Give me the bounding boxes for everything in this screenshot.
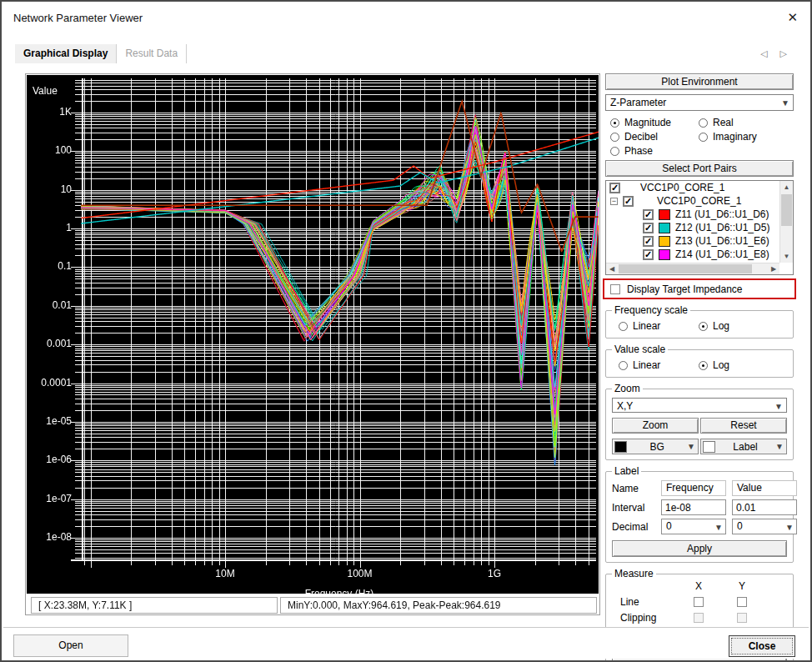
tab-scroll-left-icon[interactable]: ◁ <box>760 48 767 58</box>
collapse-icon[interactable]: − <box>610 198 618 205</box>
radio-label: Linear <box>633 359 660 371</box>
network-parameter-viewer-window: Network Parameter Viewer ✕ Graphical Dis… <box>0 0 812 662</box>
display-target-impedance-checkbox[interactable]: ✓ <box>610 284 620 294</box>
scroll-up-icon[interactable]: ▲ <box>780 181 793 193</box>
label-interval-caption: Interval <box>612 502 655 514</box>
zoom-button[interactable]: Zoom <box>612 418 699 434</box>
checkbox[interactable]: ✓ <box>623 196 634 207</box>
value-interval-input[interactable] <box>732 499 797 515</box>
x-tick-label: 10M <box>215 568 234 579</box>
plot-canvas[interactable] <box>27 75 599 594</box>
scroll-left-icon[interactable]: ◀ <box>606 263 618 274</box>
radio-magnitude[interactable]: Magnitude <box>610 117 699 128</box>
value-scale-linear-radio[interactable]: Linear <box>619 359 699 371</box>
zoom-mode-select[interactable]: X,Y ▼ <box>612 398 787 413</box>
select-port-pairs-button[interactable]: Select Port Pairs <box>605 160 794 177</box>
chevron-down-icon: ▼ <box>687 442 695 451</box>
x-tick-label: 1G <box>488 568 501 579</box>
zoom-group: Zoom X,Y ▼ Zoom Reset BG ▼ Label ▼ <box>605 389 794 460</box>
y-tick-label: 0.01 <box>27 299 72 311</box>
zoom-mode-value: X,Y <box>617 400 633 412</box>
y-tick-label: 0.1 <box>27 260 72 272</box>
radio-icon <box>699 322 708 331</box>
radio-icon <box>699 361 708 370</box>
radio-imaginary[interactable]: Imaginary <box>699 131 794 143</box>
measure-row-line: Line ✓ ✓ <box>612 596 787 608</box>
tab-scroll-right-icon[interactable]: ▷ <box>780 48 787 58</box>
close-icon[interactable]: ✕ <box>787 10 798 25</box>
control-panel: Plot Environment Z-Parameter ▼ Magnitude… <box>605 73 794 662</box>
label-color-select[interactable]: Label ▼ <box>700 439 787 454</box>
frequency-interval-input[interactable] <box>661 499 726 515</box>
plot-panel: Value 1K1001010.10.010.0010.00011e-051e-… <box>25 73 600 615</box>
label-decimal-caption: Decimal <box>612 521 655 533</box>
plot-area[interactable]: Value 1K1001010.10.010.0010.00011e-051e-… <box>27 75 599 594</box>
label-group: Label Name Frequency Value Interval Deci… <box>605 471 794 563</box>
radio-label: Real <box>713 117 734 128</box>
tree-rows: ✓ VCC1P0_CORE_1 − ✓ VCC1P0_CORE_1 ✓ Z11 … <box>606 181 779 263</box>
label-color-swatch <box>703 441 715 453</box>
y-tick-label: 1e-06 <box>27 454 72 465</box>
y-tick-label: 1e-07 <box>27 493 72 504</box>
plot-status-row: [ X:23.38M, Y:7.11K ] MinY:0.000, MaxY:9… <box>27 597 599 614</box>
checkbox[interactable]: ✓ <box>609 183 620 193</box>
tree-item-z14[interactable]: ✓ Z14 (U1_D6::U1_E8) <box>606 248 779 261</box>
chevron-down-icon: ▼ <box>775 442 784 451</box>
tab-graphical-display[interactable]: Graphical Display <box>15 44 117 63</box>
parameter-type-value: Z-Parameter <box>610 97 666 108</box>
group-title: Zoom <box>612 383 643 394</box>
radio-icon <box>610 147 619 156</box>
tree-item-z12[interactable]: ✓ Z12 (U1_D6::U1_D5) <box>606 221 779 234</box>
radio-icon <box>699 118 708 128</box>
frequency-scale-linear-radio[interactable]: Linear <box>619 320 699 332</box>
frequency-scale-log-radio[interactable]: Log <box>699 320 729 332</box>
cursor-position-readout: [ X:23.38M, Y:7.11K ] <box>31 597 278 614</box>
checkbox[interactable]: ✓ <box>643 223 654 233</box>
tree-item-label: VCC1P0_CORE_1 <box>657 195 741 207</box>
tree-item-z11[interactable]: ✓ Z11 (U1_D6::U1_D6) <box>606 208 779 221</box>
port-pairs-tree: ✓ VCC1P0_CORE_1 − ✓ VCC1P0_CORE_1 ✓ Z11 … <box>605 180 794 275</box>
y-tick-label: 1 <box>27 222 72 233</box>
radio-label: Imaginary <box>713 131 757 143</box>
measure-x-header: X <box>677 580 720 592</box>
checkbox[interactable]: ✓ <box>643 209 654 220</box>
scroll-down-icon[interactable]: ▼ <box>780 250 793 263</box>
tree-item-root[interactable]: ✓ VCC1P0_CORE_1 <box>606 181 779 194</box>
scrollbar-thumb[interactable] <box>619 264 752 273</box>
chevron-down-icon: ▼ <box>781 96 789 111</box>
frequency-decimal-select[interactable]: 0 ▼ <box>661 519 726 534</box>
open-button[interactable]: Open <box>13 634 128 657</box>
tab-result-data[interactable]: Result Data <box>117 44 187 63</box>
radio-icon <box>619 322 628 331</box>
radio-decibel[interactable]: Decibel <box>610 131 699 143</box>
radio-label: Phase <box>624 145 653 157</box>
value-scale-log-radio[interactable]: Log <box>699 359 729 371</box>
group-title: Frequency scale <box>612 304 690 316</box>
close-button[interactable]: Close <box>729 635 795 657</box>
tree-item-z13[interactable]: ✓ Z13 (U1_D6::U1_E6) <box>606 234 779 248</box>
tree-vertical-scrollbar[interactable]: ▲ ▼ <box>779 181 793 263</box>
line-x-checkbox[interactable]: ✓ <box>694 597 704 607</box>
checkbox[interactable]: ✓ <box>643 249 654 260</box>
trace-color-swatch <box>659 209 670 220</box>
radio-real[interactable]: Real <box>699 117 794 128</box>
radio-phase[interactable]: Phase <box>610 145 699 157</box>
background-color-select[interactable]: BG ▼ <box>612 439 699 454</box>
radio-icon <box>610 118 619 128</box>
parameter-type-select[interactable]: Z-Parameter ▼ <box>605 94 794 111</box>
tree-item-group[interactable]: − ✓ VCC1P0_CORE_1 <box>606 194 779 208</box>
zoom-reset-button[interactable]: Reset <box>700 418 787 434</box>
tree-item-label: VCC1P0_CORE_1 <box>640 182 724 193</box>
scrollbar-thumb[interactable] <box>781 194 792 226</box>
clipping-y-checkbox[interactable]: ✓ <box>737 613 747 623</box>
footer-bar: Open Close <box>3 627 809 659</box>
clipping-x-checkbox[interactable]: ✓ <box>694 613 704 623</box>
apply-button[interactable]: Apply <box>612 540 787 557</box>
line-y-checkbox[interactable]: ✓ <box>737 597 747 607</box>
value-decimal-select[interactable]: 0 ▼ <box>732 519 797 534</box>
label-name-frequency-field: Frequency <box>661 480 726 496</box>
plot-environment-button[interactable]: Plot Environment <box>605 73 794 90</box>
scroll-right-icon[interactable]: ▶ <box>768 263 779 274</box>
tree-horizontal-scrollbar[interactable]: ◀ ▶ <box>606 263 779 274</box>
checkbox[interactable]: ✓ <box>643 236 654 247</box>
